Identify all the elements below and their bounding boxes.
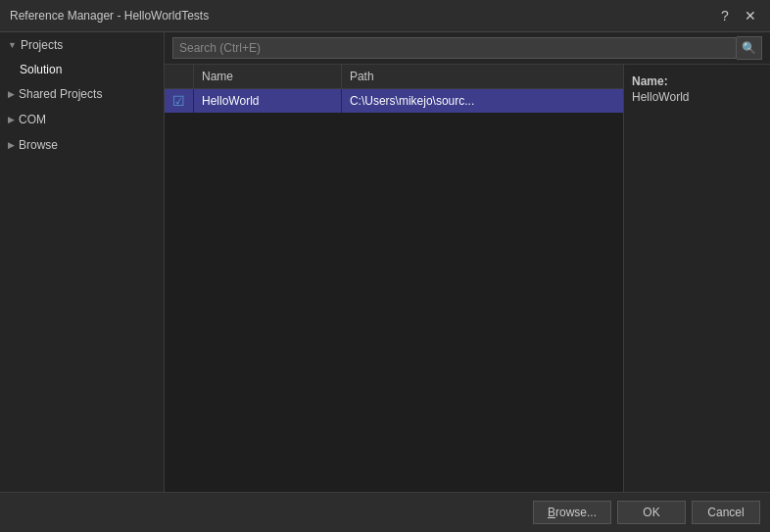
sidebar-com-header[interactable]: COM — [0, 107, 164, 132]
references-table: Name Path ☑ HelloWorld C:\Users\mikejo\s… — [165, 65, 623, 113]
browse-rest: rowse... — [555, 506, 597, 519]
content-area: 🔍 Name Path ☑ — [165, 32, 770, 492]
com-chevron-icon — [8, 115, 15, 124]
ok-button[interactable]: OK — [617, 501, 686, 524]
row-checkbox-cell[interactable]: ☑ — [165, 89, 194, 114]
title-bar-controls: ? ✕ — [715, 6, 760, 25]
side-panel-name-label: Name: — [632, 74, 762, 88]
checkbox-checked-icon: ☑ — [172, 93, 185, 109]
close-button[interactable]: ✕ — [741, 6, 760, 25]
sidebar-com-label: COM — [19, 113, 46, 126]
table-header-row: Name Path — [165, 65, 623, 89]
sidebar-shared-projects-header[interactable]: Shared Projects — [0, 81, 164, 107]
search-bar: 🔍 — [165, 32, 770, 65]
projects-chevron-icon — [8, 40, 17, 50]
table-area: Name Path ☑ HelloWorld C:\Users\mikejo\s… — [165, 65, 623, 492]
col-header-path: Path — [341, 65, 623, 89]
browse-chevron-icon — [8, 140, 15, 150]
sidebar-item-solution[interactable]: Solution — [0, 58, 164, 81]
bottom-bar: Browse... OK Cancel — [0, 492, 770, 532]
window-title: Reference Manager - HelloWorldTests — [10, 9, 209, 23]
side-panel-name-value: HelloWorld — [632, 90, 762, 104]
sidebar-browse-header[interactable]: Browse — [0, 132, 164, 158]
cancel-button[interactable]: Cancel — [692, 501, 760, 524]
browse-underline-char: B — [548, 506, 555, 519]
sidebar-shared-projects-label: Shared Projects — [19, 87, 102, 101]
sidebar: Projects Solution Shared Projects COM Br… — [0, 32, 165, 492]
help-button[interactable]: ? — [715, 6, 735, 25]
table-container: Name Path ☑ HelloWorld C:\Users\mikejo\s… — [165, 65, 770, 492]
main-content: Projects Solution Shared Projects COM Br… — [0, 32, 770, 492]
sidebar-item-solution-label: Solution — [20, 63, 62, 76]
browse-button[interactable]: Browse... — [533, 501, 611, 524]
title-bar: Reference Manager - HelloWorldTests ? ✕ — [0, 0, 770, 32]
search-input[interactable] — [172, 37, 737, 59]
col-header-name: Name — [194, 65, 342, 89]
row-name-cell: HelloWorld — [194, 89, 342, 114]
row-path-cell: C:\Users\mikejo\sourc... — [341, 89, 623, 114]
table-row[interactable]: ☑ HelloWorld C:\Users\mikejo\sourc... — [165, 89, 623, 114]
side-panel: Name: HelloWorld — [623, 65, 770, 492]
title-bar-left: Reference Manager - HelloWorldTests — [10, 9, 209, 23]
shared-projects-chevron-icon — [8, 89, 15, 99]
search-button[interactable]: 🔍 — [737, 36, 762, 60]
sidebar-projects-header[interactable]: Projects — [0, 32, 164, 58]
col-header-checkbox — [165, 65, 194, 89]
sidebar-browse-label: Browse — [19, 138, 58, 152]
sidebar-projects-label: Projects — [21, 38, 63, 52]
